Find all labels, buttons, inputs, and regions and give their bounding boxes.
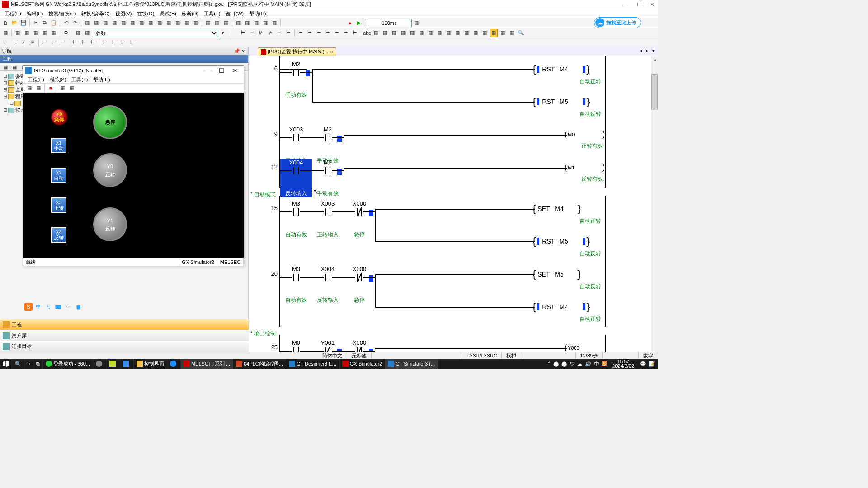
ladder-tool-icon[interactable]: ⊣	[248, 29, 256, 37]
tb-icon[interactable]: ▦	[192, 19, 200, 27]
taskbar-app-explorer[interactable]: 控制界面	[134, 359, 167, 369]
taskbar-app-gtdesigner[interactable]: GT Designer3 E...	[286, 359, 340, 369]
ladder-tool-icon[interactable]: ⊢	[284, 29, 292, 37]
ladder-tool-icon[interactable]: ▦	[462, 29, 471, 37]
tray-chevron-icon[interactable]: ˄	[548, 361, 551, 367]
hmi-y0-indicator[interactable]: Y0 正转	[93, 153, 127, 187]
tb-icon[interactable]: ▦	[213, 19, 221, 27]
menu-help[interactable]: 帮助(H)	[246, 9, 269, 18]
taskbar-app[interactable]	[167, 359, 181, 369]
undo-icon[interactable]: ↶	[62, 19, 70, 27]
taskbar-app[interactable]	[93, 359, 107, 369]
gt-menu-tools[interactable]: 工具(T)	[69, 75, 90, 83]
ladder-tool-icon[interactable]: ⊢	[351, 29, 359, 37]
gt-menu-sim[interactable]: 模拟(S)	[47, 75, 69, 83]
taskbar-app[interactable]	[107, 359, 120, 369]
cut-icon[interactable]: ✂	[32, 19, 40, 27]
tb-icon[interactable]: ▦	[110, 19, 118, 27]
ime-kbd-icon[interactable]: ⌨	[54, 303, 62, 311]
vertical-scrollbar[interactable]: ▴ ▾	[651, 56, 658, 361]
ladder-edit-icon[interactable]: ⊢	[101, 38, 109, 47]
ladder-tool-icon[interactable]: ⊢	[315, 29, 323, 37]
hmi-x4-button[interactable]: X4 反转	[51, 227, 66, 243]
ladder-tool-icon[interactable]: ▦	[426, 29, 434, 37]
tb-icon[interactable]: ▦	[14, 29, 22, 37]
pin-icon[interactable]: 📌	[234, 47, 240, 55]
tray-icon[interactable]: ☁	[577, 361, 582, 367]
gt-tb-icon[interactable]: ▦	[68, 84, 76, 92]
ladder-edit-icon[interactable]: ⊢	[50, 38, 58, 47]
ladder-tool-icon[interactable]: ⊣	[275, 29, 283, 37]
tray-icon[interactable]: 🛡	[570, 361, 575, 366]
record-icon[interactable]: ●	[346, 19, 354, 27]
close-button[interactable]: ✕	[646, 0, 658, 9]
gt-maximize-button[interactable]: ☐	[215, 67, 228, 74]
tb-icon[interactable]: ▦	[128, 19, 137, 27]
tb-icon[interactable]: ▦	[183, 19, 191, 27]
tray-ime-icon[interactable]: 中	[594, 361, 599, 367]
hmi-x2-button[interactable]: X2 自动	[51, 168, 66, 183]
scroll-up-icon[interactable]: ▴	[651, 56, 658, 63]
editor-tab-main[interactable]: [PRG]监视 执行中 MAIN (... ×	[258, 47, 336, 56]
gt-minimize-button[interactable]: —	[201, 67, 215, 74]
menu-compile[interactable]: 转换/编译(C)	[79, 9, 112, 18]
tb-icon[interactable]: ▦	[119, 19, 127, 27]
ladder-tool-icon[interactable]: ▦	[444, 29, 453, 37]
tb-icon[interactable]: ▦	[83, 19, 91, 27]
ladder-tool-icon[interactable]: ⊢	[306, 29, 314, 37]
ladder-edit-icon[interactable]: ⊢	[1, 38, 9, 47]
ladder-editor[interactable]: 6 M2 手动有效 { RST M4 } 自动正转	[249, 56, 658, 361]
menu-search[interactable]: 搜索/替换(F)	[46, 9, 79, 18]
ladder-tool-icon[interactable]: ▦	[381, 29, 389, 37]
menu-tools[interactable]: 工具(T)	[201, 9, 223, 18]
ime-punct-icon[interactable]: °,	[44, 303, 52, 311]
tb-icon[interactable]: ▦	[50, 29, 58, 37]
tb-icon[interactable]: ▦	[204, 19, 212, 27]
gt-stop-icon[interactable]: ■	[47, 84, 55, 92]
open-icon[interactable]: 📂	[10, 19, 19, 27]
redo-icon[interactable]: ↷	[71, 19, 79, 27]
taskbar-taskview[interactable]: ⧉	[33, 359, 43, 369]
save-icon[interactable]: 💾	[19, 19, 28, 27]
ladder-tool-icon[interactable]: ⊬	[257, 29, 265, 37]
tb-icon[interactable]: ▦	[270, 19, 278, 27]
tb-icon[interactable]: ▦	[243, 19, 251, 27]
ladder-tool-icon[interactable]: ▦	[417, 29, 425, 37]
hmi-estop-indicator[interactable]: Y0 急停	[51, 109, 67, 125]
copy-icon[interactable]: ⧉	[41, 19, 49, 27]
ladder-tool-icon[interactable]: ▦	[390, 29, 398, 37]
ime-grid-icon[interactable]: ▦	[74, 303, 82, 311]
tb-icon[interactable]: ▦	[92, 19, 100, 27]
tb-icon[interactable]: ▦	[174, 19, 182, 27]
tb-icon[interactable]: ▦	[1, 29, 9, 37]
tb-icon[interactable]: ▦	[74, 29, 82, 37]
tb-icon[interactable]: ▦	[83, 29, 91, 37]
taskbar-app-gtsim[interactable]: GT Simulator3 (...	[385, 359, 438, 369]
paste-icon[interactable]: 📋	[50, 19, 58, 27]
ladder-tool-icon[interactable]: ⊢	[342, 29, 350, 37]
hmi-x3-button[interactable]: X3 正转	[51, 197, 66, 213]
tb-icon[interactable]: ▦	[146, 19, 155, 27]
tb-icon[interactable]: ▦	[412, 19, 420, 27]
ladder-tool-icon[interactable]: ⊢	[333, 29, 341, 37]
menu-online[interactable]: 在线(O)	[134, 9, 157, 18]
taskbar-app-gxsim[interactable]: GX Simulator2	[340, 359, 386, 369]
ladder-edit-icon[interactable]: ⊣	[10, 38, 19, 47]
ladder-tool-icon[interactable]: ▦	[499, 29, 507, 37]
menu-view[interactable]: 视图(V)	[113, 9, 135, 18]
gt-tb-icon[interactable]: ▦	[25, 84, 33, 92]
tray-ime-s-icon[interactable]: S	[602, 361, 607, 366]
tb-icon[interactable]: ▦	[165, 19, 173, 27]
ladder-edit-icon[interactable]: ⊢	[89, 38, 97, 47]
tb-icon[interactable]: ▦	[222, 19, 230, 27]
ladder-tool-icon[interactable]: ⊢	[297, 29, 305, 37]
ladder-tool-icon[interactable]: ▦	[472, 29, 480, 37]
ime-cn-icon[interactable]: 中	[34, 303, 42, 311]
ladder-edit-icon[interactable]: ⊢	[128, 38, 137, 47]
ladder-tool-icon[interactable]: ⊢	[324, 29, 332, 37]
ime-sogou-icon[interactable]: S	[24, 303, 33, 311]
ladder-tool-icon[interactable]: abc	[363, 29, 371, 37]
gt-tb-icon[interactable]: ▦	[34, 84, 42, 92]
tb-icon[interactable]: ⚙	[62, 29, 70, 37]
nav-view-icon[interactable]: ▦	[10, 63, 19, 71]
